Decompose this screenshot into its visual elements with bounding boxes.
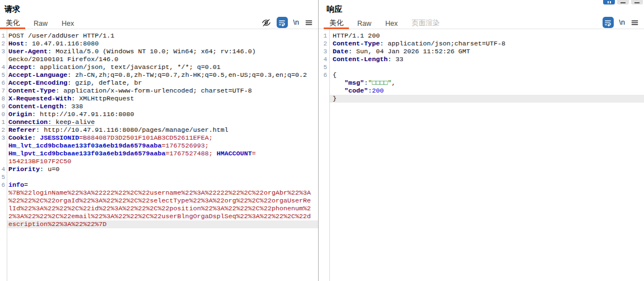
line-text: 154213BF107F2C50 — [7, 158, 318, 165]
line-text — [7, 173, 318, 181]
line-number: 6 — [0, 79, 5, 87]
line-number — [0, 158, 5, 165]
code-line: escription%22%3A%22%22%7D — [0, 220, 318, 228]
line-number: 1 — [0, 118, 5, 126]
line-text: "code":200 — [329, 87, 644, 95]
code-line: Hm_lpvt_1cd9bcbaae133f03a6eb19da6579aaba… — [0, 150, 318, 158]
tab-raw[interactable]: Raw — [352, 16, 377, 29]
line-text: Hm_lvt_1cd9bcbaae133f03a6eb19da6579aaba=… — [7, 142, 318, 150]
line-text: Accept-Encoding: gzip, deflate, br — [7, 79, 318, 87]
line-number: 2 — [0, 40, 5, 48]
line-number: 2 — [319, 40, 327, 48]
newline-icon[interactable]: \n — [619, 19, 625, 26]
code-line: 3User-Agent: Mozilla/5.0 (Windows NT 10.… — [0, 48, 318, 56]
code-line: "code":200 — [319, 87, 644, 95]
line-text: "msg":"□□□□", — [329, 79, 644, 87]
line-text: Host: 10.47.91.116:8080 — [7, 40, 318, 48]
response-tabs: 美化RawHex页面渲染 — [319, 16, 448, 29]
line-text: User-Agent: Mozilla/5.0 (Windows NT 10.0… — [7, 48, 318, 56]
code-line: 3Cookie: JSESSIONID=B884087D3D2501F101AB… — [0, 134, 318, 142]
code-line: 5 — [319, 63, 644, 71]
tab-beautify[interactable]: 美化 — [324, 16, 349, 29]
line-number — [319, 95, 327, 103]
line-text: Cookie: JSESSIONID=B884087D3D2501F101AB3… — [7, 134, 318, 142]
code-line: 5Accept-Language: zh-CN,zh;q=0.8,zh-TW;q… — [0, 71, 318, 79]
line-text: HTTP/1.1 200 — [329, 32, 644, 40]
line-number: 5 — [0, 173, 5, 181]
line-text: Accept: application/json, text/javascrip… — [7, 63, 318, 71]
code-line: lId%22%3A%22%22%2C%22id%22%3A%22%22%2C%2… — [0, 205, 318, 213]
line-number — [0, 197, 5, 205]
code-line: } — [319, 95, 644, 103]
window-button-2[interactable] — [631, 0, 643, 4]
code-line: 4Accept: application/json, text/javascri… — [0, 63, 318, 71]
line-number: 0 — [0, 110, 5, 118]
request-editor[interactable]: 1POST /user/addUser HTTP/1.12Host: 10.47… — [0, 29, 318, 281]
line-number: 8 — [0, 95, 5, 103]
response-editor[interactable]: 1HTTP/1.1 2002Content-Type: application/… — [319, 29, 644, 281]
code-line: 2Content-Type: application/json;charset=… — [319, 40, 644, 48]
code-line: 154213BF107F2C50 — [0, 158, 318, 165]
code-line: 6{ — [319, 71, 644, 79]
line-number: 9 — [0, 103, 5, 110]
code-line: %22%22%2C%22orgaId%22%3A%22%22%2C%22sele… — [0, 197, 318, 205]
request-panel: 请求 美化RawHex \n 1POST /user/addUser HTTP/… — [0, 0, 318, 281]
eye-off-icon[interactable] — [262, 18, 271, 27]
menu-icon[interactable] — [305, 19, 313, 27]
response-toolbar: \n — [603, 16, 644, 29]
line-text: Date: Sun, 04 Jan 2026 11:52:26 GMT — [329, 48, 644, 56]
line-number — [0, 220, 5, 228]
line-text: Content-Type: application/json;charset=U… — [329, 40, 644, 48]
line-number — [0, 56, 5, 63]
line-text: %7B%22loginName%22%3A%22222%22%2C%22user… — [7, 189, 318, 197]
tab-hex[interactable]: Hex — [380, 16, 403, 29]
line-text: Referer: http://10.47.91.116:8080/pages/… — [7, 126, 318, 134]
tab-render[interactable]: 页面渲染 — [406, 16, 445, 29]
request-toolbar: \n — [262, 16, 318, 29]
line-text: escription%22%3A%22%22%7D — [7, 220, 318, 228]
request-panel-title: 请求 — [0, 0, 318, 16]
pause-window-button[interactable] — [603, 0, 615, 4]
code-line: 3Date: Sun, 04 Jan 2026 11:52:26 GMT — [319, 48, 644, 56]
line-text: Content-Type: application/x-www-form-url… — [7, 87, 318, 95]
menu-icon[interactable] — [631, 19, 639, 27]
line-number: 1 — [319, 32, 327, 40]
response-panel: 响应 美化RawHex页面渲染 \n 1HTTP/1.1 2002Content… — [319, 0, 644, 281]
line-number — [319, 87, 327, 95]
code-line: %7B%22loginName%22%3A%22222%22%2C%22user… — [0, 189, 318, 197]
code-line: 4Content-Length: 33 — [319, 56, 644, 63]
word-wrap-icon[interactable] — [277, 17, 288, 28]
line-text: X-Requested-With: XMLHttpRequest — [7, 95, 318, 103]
line-text: Origin: http://10.47.91.116:8080 — [7, 110, 318, 118]
line-text: POST /user/addUser HTTP/1.1 — [7, 32, 318, 40]
line-text: } — [329, 95, 644, 103]
code-line: 2Referer: http://10.47.91.116:8080/pages… — [0, 126, 318, 134]
word-wrap-icon[interactable] — [603, 17, 614, 28]
window-button-1[interactable] — [617, 0, 629, 4]
newline-icon[interactable]: \n — [293, 19, 299, 26]
code-line: 1HTTP/1.1 200 — [319, 32, 644, 40]
code-line: 1POST /user/addUser HTTP/1.1 — [0, 32, 318, 40]
line-number — [319, 79, 327, 87]
response-panel-title: 响应 — [319, 0, 644, 16]
line-number: 6 — [319, 71, 327, 79]
line-number — [0, 205, 5, 213]
http-inspector: 请求 美化RawHex \n 1POST /user/addUser HTTP/… — [0, 0, 644, 281]
line-number: 4 — [319, 56, 327, 63]
line-text: Connection: keep-alive — [7, 118, 318, 126]
line-number: 6 — [0, 181, 5, 189]
tab-raw[interactable]: Raw — [28, 16, 53, 29]
window-buttons — [603, 0, 643, 4]
line-number: 4 — [0, 165, 5, 173]
line-number: 4 — [0, 63, 5, 71]
line-text: { — [329, 71, 644, 79]
line-number: 3 — [319, 48, 327, 56]
line-number: 2 — [0, 126, 5, 134]
code-line: 1Connection: keep-alive — [0, 118, 318, 126]
line-text: Content-Length: 338 — [7, 103, 318, 110]
line-text: lId%22%3A%22%22%2C%22id%22%3A%22%22%2C%2… — [7, 205, 318, 213]
line-text: Content-Length: 33 — [329, 56, 644, 63]
tab-hex[interactable]: Hex — [56, 16, 80, 29]
request-tabs: 美化RawHex — [0, 16, 82, 29]
tab-beautify[interactable]: 美化 — [0, 16, 25, 29]
